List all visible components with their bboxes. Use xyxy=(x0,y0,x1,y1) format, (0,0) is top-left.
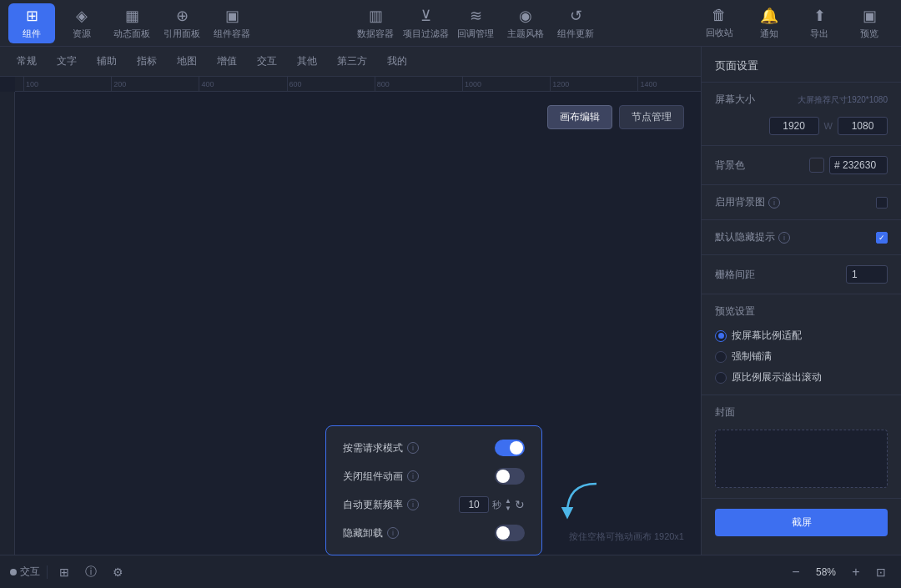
toolbar-item-daochu[interactable]: ⬆ 导出 xyxy=(796,3,843,43)
close-animation-info-icon[interactable]: i xyxy=(407,470,419,482)
node-manage-button[interactable]: 节点管理 xyxy=(619,105,684,129)
grid-icon[interactable]: ⊞ xyxy=(54,562,74,582)
bg-color-value xyxy=(809,156,888,174)
zoom-out-button[interactable]: − xyxy=(786,562,806,582)
update-freq-text: 自动更新频率 xyxy=(343,498,403,512)
menu-item-zengzhi[interactable]: 增值 xyxy=(207,51,247,72)
update-freq-info-icon[interactable]: i xyxy=(407,499,419,510)
toolbar-item-huishou[interactable]: 🗑 回收站 xyxy=(696,3,742,43)
screen-size-row: 屏幕大小 大屏推荐尺寸1920*1080 xyxy=(715,93,888,107)
toolbar-item-zhuti[interactable]: ◉ 主题风格 xyxy=(502,3,549,43)
top-toolbar: ⊞ 组件 ◈ 资源 ▦ 动态面板 ⊕ 引用面板 ▣ 组件容器 ▥ 数据容器 ⊻ … xyxy=(0,0,901,47)
zoom-in-button[interactable]: + xyxy=(846,562,866,582)
menu-item-disanfang[interactable]: 第三方 xyxy=(327,51,377,72)
info-status-icon[interactable]: ⓘ xyxy=(81,562,101,582)
size-inputs: W xyxy=(769,117,888,135)
toolbar-item-zujian2[interactable]: ▣ 组件容器 xyxy=(209,3,255,43)
menu-item-zhibiao[interactable]: 指标 xyxy=(127,51,167,72)
toolbar-item-yulan[interactable]: ▣ 预览 xyxy=(846,3,893,43)
interaction-label: 交互 xyxy=(20,565,40,579)
enable-bg-checkbox[interactable] xyxy=(876,197,888,209)
grid-spacing-label: 栅格间距 xyxy=(715,268,755,282)
toolbar-label-ziyuan: 资源 xyxy=(73,28,91,40)
radio-circle-3 xyxy=(715,372,727,384)
close-animation-toggle[interactable] xyxy=(495,468,525,485)
screen-size-section: 屏幕大小 大屏推荐尺寸1920*1080 W xyxy=(702,83,901,146)
status-divider-1 xyxy=(47,565,48,579)
menu-item-fuzhu[interactable]: 辅助 xyxy=(87,51,127,72)
default-hide-info-icon[interactable]: i xyxy=(778,232,790,244)
freq-refresh-icon[interactable]: ↻ xyxy=(515,498,525,511)
arrow-svg xyxy=(551,480,601,530)
bg-color-label: 背景色 xyxy=(715,158,745,173)
toolbar-item-tongzhi[interactable]: 🔔 通知 xyxy=(746,3,793,43)
screen-size-hint: 大屏推荐尺寸1920*1080 xyxy=(798,94,888,106)
grid-spacing-row: 栅格间距 xyxy=(715,265,888,284)
toolbar-item-dongtai[interactable]: ▦ 动态面板 xyxy=(108,3,155,43)
freq-up-arrow[interactable]: ▲ xyxy=(505,498,511,505)
toolbar-item-shuju[interactable]: ▥ 数据容器 xyxy=(352,3,399,43)
grid-spacing-input[interactable] xyxy=(846,265,888,284)
bg-color-section: 背景色 xyxy=(702,146,901,185)
hide-unload-info-icon[interactable]: i xyxy=(387,527,399,539)
screen-size-value: 大屏推荐尺寸1920*1080 xyxy=(798,94,888,106)
toolbar-label-dongtai: 动态面板 xyxy=(113,28,150,40)
toolbar-left: ⊞ 组件 ◈ 资源 ▦ 动态面板 ⊕ 引用面板 ▣ 组件容器 xyxy=(8,3,255,43)
freq-input-group: 秒 ▲ ▼ ↻ xyxy=(459,496,525,513)
preview-label-row: 预览设置 xyxy=(715,304,888,319)
toolbar-item-guolv[interactable]: ⊻ 项目过滤器 xyxy=(402,3,449,43)
menu-item-ditu[interactable]: 地图 xyxy=(167,51,207,72)
toolbar-label-huishou: 回收站 xyxy=(706,27,733,39)
canvas-buttons: 画布编辑 节点管理 xyxy=(547,105,684,129)
toolbar-label-zhuti: 主题风格 xyxy=(507,28,544,40)
preview-option-2[interactable]: 强制铺满 xyxy=(715,349,888,364)
preview-option-1[interactable]: 按屏幕比例适配 xyxy=(715,329,888,343)
enable-bg-info-icon[interactable]: i xyxy=(768,197,780,209)
cover-label-row: 封面 xyxy=(715,405,888,420)
shuju-icon: ▥ xyxy=(369,7,383,25)
huitian-icon: ≋ xyxy=(470,7,482,25)
freq-input[interactable] xyxy=(459,496,489,513)
preview-radio-group: 按屏幕比例适配 强制铺满 原比例展示溢出滚动 xyxy=(715,329,888,384)
zoom-value: 58% xyxy=(811,566,841,578)
ruler-mark: 1200 xyxy=(550,77,637,92)
menu-bar-left: 常规 文字 辅助 指标 地图 增值 交互 其他 第三方 我的 xyxy=(7,51,417,72)
request-mode-info-icon[interactable]: i xyxy=(407,442,419,454)
panel-title: 页面设置 xyxy=(702,47,901,83)
preview-option-3[interactable]: 原比例展示溢出滚动 xyxy=(715,370,888,384)
ziyuan-icon: ◈ xyxy=(76,7,88,25)
freq-down-arrow[interactable]: ▼ xyxy=(505,505,511,512)
request-mode-toggle[interactable] xyxy=(495,440,525,456)
zoom-controls: − 58% + ⊡ xyxy=(786,562,891,582)
toolbar-item-ziyuan[interactable]: ◈ 资源 xyxy=(58,3,105,43)
toolbar-item-zujian[interactable]: ⊞ 组件 xyxy=(8,3,55,43)
menu-item-jiaohu[interactable]: 交互 xyxy=(247,51,287,72)
toolbar-item-huitian[interactable]: ≋ 回调管理 xyxy=(452,3,499,43)
menu-item-wenzi[interactable]: 文字 xyxy=(47,51,87,72)
hide-unload-toggle[interactable] xyxy=(495,525,525,541)
huishou-icon: 🗑 xyxy=(712,7,727,24)
menu-item-qita[interactable]: 其他 xyxy=(287,51,327,72)
color-swatch[interactable] xyxy=(809,158,824,173)
ruler-vertical xyxy=(0,92,15,555)
zhuti-icon: ◉ xyxy=(519,7,532,25)
ruler-mark: 400 xyxy=(199,77,286,92)
popup-label-request-mode: 按需请求模式 i xyxy=(343,441,419,455)
color-input[interactable] xyxy=(829,156,888,174)
popup-row-request-mode: 按需请求模式 i xyxy=(343,440,525,456)
canvas-hint: 按住空格可拖动画布 1920x1 xyxy=(569,530,684,543)
canvas-edit-button[interactable]: 画布编辑 xyxy=(547,105,612,129)
status-bar: 交互 ⊞ ⓘ ⚙ − 58% + ⊡ xyxy=(0,555,901,588)
menu-item-changgui[interactable]: 常规 xyxy=(7,51,47,72)
menu-item-wode[interactable]: 我的 xyxy=(377,51,417,72)
toolbar-item-gengxin[interactable]: ↺ 组件更新 xyxy=(552,3,599,43)
width-input[interactable] xyxy=(769,117,819,135)
height-input[interactable] xyxy=(838,117,888,135)
guolv-icon: ⊻ xyxy=(420,7,431,25)
settings-status-icon[interactable]: ⚙ xyxy=(108,562,128,582)
enable-bg-label: 启用背景图 i xyxy=(715,195,780,209)
default-hide-checkbox[interactable] xyxy=(876,232,888,244)
toolbar-item-yinyong[interactable]: ⊕ 引用面板 xyxy=(159,3,205,43)
screenshot-button[interactable]: 截屏 xyxy=(715,509,888,536)
fit-screen-icon[interactable]: ⊡ xyxy=(871,562,891,582)
